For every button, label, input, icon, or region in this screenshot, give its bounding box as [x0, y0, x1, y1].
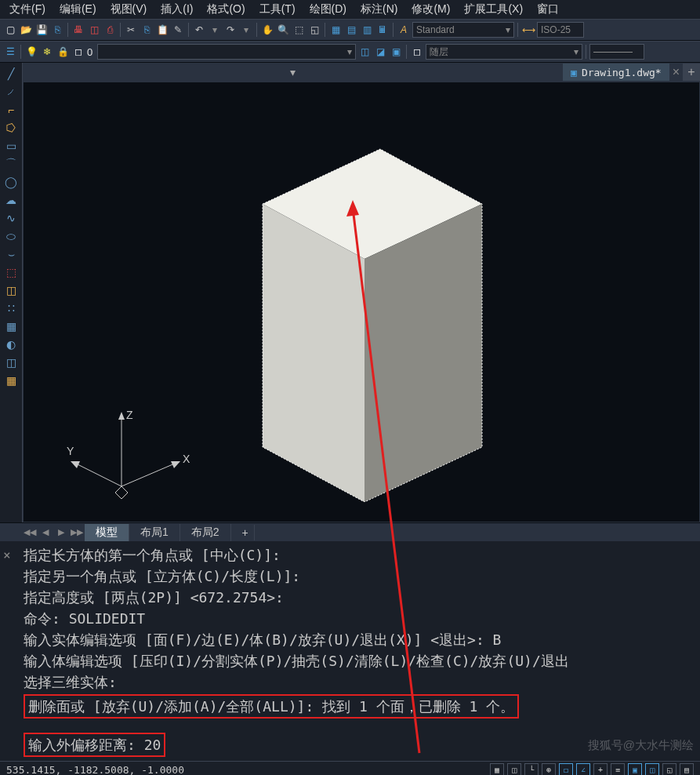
- dyn-toggle-icon[interactable]: +: [593, 763, 608, 776]
- dimstyle-dropdown[interactable]: ISO-25: [537, 22, 584, 38]
- polygon-icon[interactable]: ⭔: [2, 120, 20, 136]
- layer-mgr-icon[interactable]: ☰: [3, 45, 17, 59]
- pan-icon[interactable]: ✋: [260, 23, 274, 37]
- print-icon[interactable]: 🖶: [71, 23, 85, 37]
- layer-bulb-icon[interactable]: 💡: [24, 45, 38, 59]
- cmd-line: 指定另一个角点或 [立方体(C)/长度(L)]:: [24, 566, 694, 587]
- menu-edit[interactable]: 编辑(E): [53, 1, 103, 18]
- line-icon[interactable]: ╱: [2, 66, 20, 82]
- zoom-win-icon[interactable]: ⬚: [292, 23, 306, 37]
- ellipse-arc-icon[interactable]: ⌣: [2, 246, 20, 262]
- nav-prev-icon[interactable]: ◀: [38, 525, 53, 540]
- nav-first-icon[interactable]: ◀◀: [22, 525, 38, 540]
- nav-next-icon[interactable]: ▶: [53, 525, 69, 540]
- xline-icon[interactable]: ⟋: [2, 84, 20, 100]
- menu-file[interactable]: 文件(F): [3, 1, 52, 18]
- calc-icon[interactable]: 🖩: [375, 23, 390, 37]
- block-icon[interactable]: ◫: [2, 282, 20, 298]
- gradient-icon[interactable]: ◐: [2, 337, 20, 352]
- layer-prev-icon[interactable]: ◫: [357, 45, 372, 59]
- file-tab[interactable]: ▣ Drawing1.dwg*: [563, 64, 669, 81]
- table-icon[interactable]: ▦: [2, 373, 20, 388]
- circle-icon[interactable]: ◯: [2, 174, 20, 190]
- ann-toggle-icon[interactable]: ▤: [680, 763, 694, 776]
- tab-new-button[interactable]: +: [683, 64, 700, 81]
- layout-tab-2[interactable]: 布局2: [180, 524, 231, 541]
- tab-close-icon[interactable]: ×: [673, 65, 680, 79]
- layout-tab-1[interactable]: 布局1: [129, 524, 180, 541]
- textstyle-icon[interactable]: A: [397, 23, 411, 37]
- saveall-icon[interactable]: ⎘: [50, 23, 64, 37]
- menu-modify[interactable]: 修改(M): [405, 1, 456, 18]
- layer-dropdown[interactable]: ▾: [97, 44, 356, 60]
- hatch-icon[interactable]: ▦: [2, 318, 20, 334]
- zoom-rt-icon[interactable]: 🔍: [276, 23, 290, 37]
- tab-dropdown-icon[interactable]: ▾: [284, 64, 303, 80]
- open-icon[interactable]: 📂: [19, 23, 33, 37]
- zoom-prev-icon[interactable]: ◱: [307, 23, 321, 37]
- tool-palette-icon[interactable]: ▥: [360, 23, 374, 37]
- insert-icon[interactable]: ⬚: [2, 264, 20, 280]
- textstyle-dropdown[interactable]: Standard ▾: [412, 22, 514, 38]
- redo-dd-icon[interactable]: ▾: [239, 23, 253, 37]
- command-window[interactable]: × 指定长方体的第一个角点或 [中心(C)]: 指定另一个角点或 [立方体(C)…: [0, 541, 700, 761]
- otrack-toggle-icon[interactable]: ∠: [576, 763, 590, 776]
- main-area: ╱ ⟋ ⌐ ⭔ ▭ ⌒ ◯ ☁ ∿ ⬭ ⌣ ⬚ ◫ ∷ ▦ ◐ ◫ ▦ ▾ ▣ …: [0, 63, 700, 522]
- model-viewport[interactable]: Z X Y: [23, 82, 700, 522]
- ortho-toggle-icon[interactable]: └: [524, 763, 539, 776]
- lineweight-dropdown[interactable]: [589, 44, 644, 60]
- bycolor-icon: ◻: [410, 45, 424, 59]
- layer-num: 0: [87, 46, 92, 58]
- menu-window[interactable]: 窗口: [531, 1, 565, 18]
- new-icon[interactable]: ▢: [3, 23, 17, 37]
- point-icon[interactable]: ∷: [2, 300, 20, 316]
- svg-line-8: [74, 463, 122, 486]
- ellipse-icon[interactable]: ⬭: [2, 228, 20, 244]
- menu-tools[interactable]: 工具(T): [253, 1, 302, 18]
- undo-icon[interactable]: ↶: [192, 23, 206, 37]
- menu-dim[interactable]: 标注(N): [354, 1, 404, 18]
- snap-toggle-icon[interactable]: ◫: [507, 763, 521, 776]
- menu-express[interactable]: 扩展工具(X): [458, 1, 529, 18]
- layout-tab-model[interactable]: 模型: [85, 524, 129, 541]
- menu-insert[interactable]: 插入(I): [154, 1, 199, 18]
- layer-lock-icon[interactable]: 🔒: [56, 45, 70, 59]
- revcloud-icon[interactable]: ☁: [2, 192, 20, 208]
- region-icon[interactable]: ◫: [2, 355, 20, 370]
- layer-freeze-icon[interactable]: ❄: [40, 45, 54, 59]
- cut-icon[interactable]: ✂: [124, 23, 138, 37]
- undo-dd-icon[interactable]: ▾: [208, 23, 222, 37]
- paste-icon[interactable]: 📋: [155, 23, 169, 37]
- model-toggle-icon[interactable]: ▣: [628, 763, 642, 776]
- prop-icon[interactable]: ▦: [328, 23, 343, 37]
- polyline-icon[interactable]: ⌐: [2, 102, 20, 118]
- design-icon[interactable]: ▤: [344, 23, 358, 37]
- arc-icon[interactable]: ⌒: [2, 156, 20, 172]
- redo-icon[interactable]: ↷: [223, 23, 238, 37]
- cmd-close-icon[interactable]: ×: [3, 544, 11, 566]
- polar-toggle-icon[interactable]: ⊛: [542, 763, 556, 776]
- nav-last-icon[interactable]: ▶▶: [69, 525, 85, 540]
- spline-icon[interactable]: ∿: [2, 210, 20, 226]
- save-icon[interactable]: 💾: [34, 23, 49, 37]
- sc-toggle-icon[interactable]: ◱: [662, 763, 676, 776]
- publish-icon[interactable]: ⎙: [103, 23, 117, 37]
- rectangle-icon[interactable]: ▭: [2, 138, 20, 154]
- chevron-down-icon: ▾: [574, 46, 578, 57]
- qp-toggle-icon[interactable]: ◫: [645, 763, 659, 776]
- menu-view[interactable]: 视图(V): [104, 1, 154, 18]
- dimstyle-icon[interactable]: ⟷: [521, 23, 535, 37]
- layout-tab-add[interactable]: +: [231, 525, 255, 540]
- preview-icon[interactable]: ◫: [87, 23, 101, 37]
- layer-iso-icon[interactable]: ▣: [389, 45, 403, 59]
- layer-state-icon[interactable]: ◪: [373, 45, 387, 59]
- osnap-toggle-icon[interactable]: ◻: [559, 763, 573, 776]
- color-dropdown[interactable]: 随层 ▾: [426, 44, 582, 60]
- match-icon[interactable]: ✎: [171, 23, 185, 37]
- menu-draw[interactable]: 绘图(D): [303, 1, 353, 18]
- copy-icon[interactable]: ⎘: [140, 23, 154, 37]
- menu-format[interactable]: 格式(O): [201, 1, 251, 18]
- grid-toggle-icon[interactable]: ▦: [490, 763, 504, 776]
- lwt-toggle-icon[interactable]: ≡: [611, 763, 625, 776]
- ucs-x-label: X: [183, 453, 190, 465]
